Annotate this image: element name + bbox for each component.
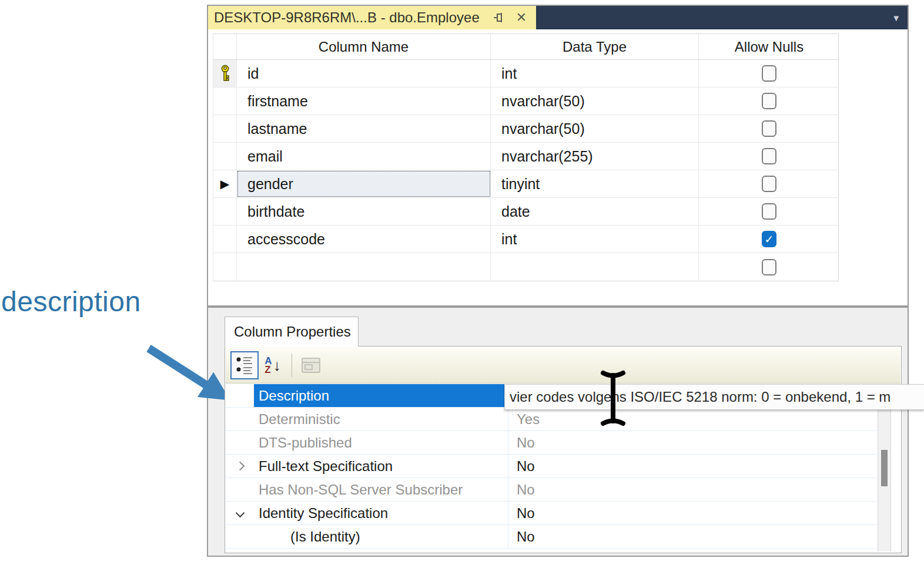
allow-nulls-cell xyxy=(699,170,839,197)
row-header[interactable] xyxy=(213,88,237,115)
property-label[interactable]: Description xyxy=(254,384,508,407)
column-header-column-name[interactable]: Column Name xyxy=(237,34,491,59)
allow-nulls-checkbox[interactable] xyxy=(762,203,776,220)
categorized-icon xyxy=(235,355,254,375)
expander-cell xyxy=(226,478,254,501)
property-value[interactable]: No xyxy=(508,431,877,454)
pin-icon[interactable] xyxy=(491,10,507,25)
allow-nulls-checkbox[interactable] xyxy=(762,65,776,82)
table-designer-window: DESKTOP-9R8R6RM\...B - dbo.Employee ✕ ▼ … xyxy=(207,5,909,557)
column-name-cell[interactable]: gender xyxy=(237,170,491,197)
allow-nulls-checkbox[interactable] xyxy=(762,176,776,192)
column-name-cell[interactable]: id xyxy=(237,60,491,87)
row-header[interactable] xyxy=(213,115,237,142)
property-label[interactable]: Full-text Specification xyxy=(254,455,508,477)
current-row-pointer-icon: ▶ xyxy=(220,177,229,191)
data-type-cell[interactable]: nvarchar(50) xyxy=(491,115,699,142)
column-header-allow-nulls[interactable]: Allow Nulls xyxy=(699,34,839,59)
text-cursor-icon xyxy=(595,369,631,428)
tab-list-dropdown-icon[interactable]: ▼ xyxy=(892,13,900,23)
property-label[interactable]: Has Non-SQL Server Subscriber xyxy=(254,478,508,501)
expander-cell xyxy=(226,431,254,454)
allow-nulls-cell xyxy=(699,198,839,225)
page-background: description DESKTOP-9R8R6RM\...B - dbo.E… xyxy=(0,0,924,565)
property-label[interactable]: DTS-published xyxy=(254,431,508,454)
data-type-cell[interactable] xyxy=(491,253,699,281)
scrollbar-thumb[interactable] xyxy=(881,450,888,486)
column-name-cell[interactable]: accesscode xyxy=(237,226,491,253)
allow-nulls-cell xyxy=(699,60,839,87)
close-icon[interactable]: ✕ xyxy=(514,10,529,25)
allow-nulls-checkbox[interactable]: ✓ xyxy=(762,231,776,247)
property-row[interactable]: DTS-publishedNo xyxy=(226,431,877,455)
table-row: ▶gendertinyint xyxy=(213,170,838,198)
property-pages-button[interactable] xyxy=(297,351,325,379)
property-row[interactable]: Has Non-SQL Server SubscriberNo xyxy=(226,478,877,502)
data-type-cell[interactable]: date xyxy=(491,198,699,225)
property-label[interactable]: Deterministic xyxy=(254,408,508,431)
primary-key-icon xyxy=(220,65,230,83)
property-pages-icon xyxy=(301,357,321,374)
table-row xyxy=(213,253,838,281)
expander-cell xyxy=(226,525,254,548)
document-tab[interactable]: DESKTOP-9R8R6RM\...B - dbo.Employee ✕ xyxy=(208,6,536,29)
data-type-cell[interactable]: int xyxy=(491,226,699,253)
property-value[interactable]: No xyxy=(508,478,877,501)
column-name-cell[interactable]: email xyxy=(237,143,491,170)
table-row: accesscodeint✓ xyxy=(213,226,838,253)
property-row[interactable]: (Is Identity)No xyxy=(226,525,877,549)
data-type-cell[interactable]: tinyint xyxy=(491,170,699,197)
categorized-button[interactable] xyxy=(230,351,259,379)
column-name-cell[interactable]: lastname xyxy=(237,115,491,142)
data-type-cell[interactable]: int xyxy=(491,60,699,87)
checkmark-icon: ✓ xyxy=(765,234,774,245)
property-row[interactable]: DeterministicYes xyxy=(226,408,877,431)
expander-cell xyxy=(226,408,254,431)
column-name-cell[interactable]: birthdate xyxy=(237,198,491,225)
row-header[interactable] xyxy=(213,143,237,170)
allow-nulls-cell xyxy=(699,88,839,115)
allow-nulls-cell xyxy=(699,143,839,170)
data-type-cell[interactable]: nvarchar(50) xyxy=(491,88,699,115)
table-row: birthdatedate xyxy=(213,198,838,226)
property-row[interactable]: Identity SpecificationNo xyxy=(226,502,877,525)
allow-nulls-cell xyxy=(699,115,839,142)
description-edit-field[interactable]: vier codes volgens ISO/IEC 5218 norm: 0 … xyxy=(504,384,924,410)
properties-toolbar: AZ ↓ xyxy=(226,347,900,384)
property-value[interactable]: No xyxy=(508,502,877,524)
expander-collapsed-icon xyxy=(235,462,245,471)
property-value[interactable]: No xyxy=(508,525,877,548)
tab-strip-filler: ▼ xyxy=(536,6,908,29)
columns-grid: Column NameData TypeAllow Nulls idintfir… xyxy=(213,33,839,281)
row-header[interactable] xyxy=(213,198,237,225)
data-type-cell[interactable]: nvarchar(255) xyxy=(491,143,699,170)
allow-nulls-cell xyxy=(699,253,839,281)
allow-nulls-checkbox[interactable] xyxy=(762,120,776,137)
expander-cell xyxy=(226,384,254,407)
property-value[interactable]: Yes xyxy=(508,408,877,431)
allow-nulls-cell: ✓ xyxy=(699,226,839,253)
property-label[interactable]: Identity Specification xyxy=(254,502,508,524)
expander-expanded-icon xyxy=(235,509,245,518)
table-row: lastnamenvarchar(50) xyxy=(213,115,838,143)
row-header[interactable] xyxy=(213,226,237,253)
property-label[interactable]: (Is Identity) xyxy=(254,525,508,548)
tab-column-properties[interactable]: Column Properties xyxy=(225,317,359,347)
row-header[interactable]: ▶ xyxy=(213,170,237,197)
columns-grid-header: Column NameData TypeAllow Nulls xyxy=(213,34,838,60)
allow-nulls-checkbox[interactable] xyxy=(762,93,776,109)
column-header-data-type[interactable]: Data Type xyxy=(491,34,699,59)
row-header[interactable] xyxy=(213,253,237,281)
alphabetical-sort-button[interactable]: AZ ↓ xyxy=(259,351,287,379)
expander-cell[interactable] xyxy=(226,455,254,477)
allow-nulls-checkbox[interactable] xyxy=(762,148,776,164)
property-value[interactable]: No xyxy=(508,455,877,477)
property-row[interactable]: Full-text SpecificationNo xyxy=(226,455,877,478)
expander-cell[interactable] xyxy=(226,502,254,524)
column-name-cell[interactable]: firstname xyxy=(237,88,491,115)
allow-nulls-checkbox[interactable] xyxy=(762,259,776,275)
column-name-cell[interactable] xyxy=(237,253,491,281)
row-header[interactable] xyxy=(213,60,237,87)
description-annotation-label: description xyxy=(1,285,141,318)
alphabetical-sort-icon: AZ ↓ xyxy=(265,357,280,374)
